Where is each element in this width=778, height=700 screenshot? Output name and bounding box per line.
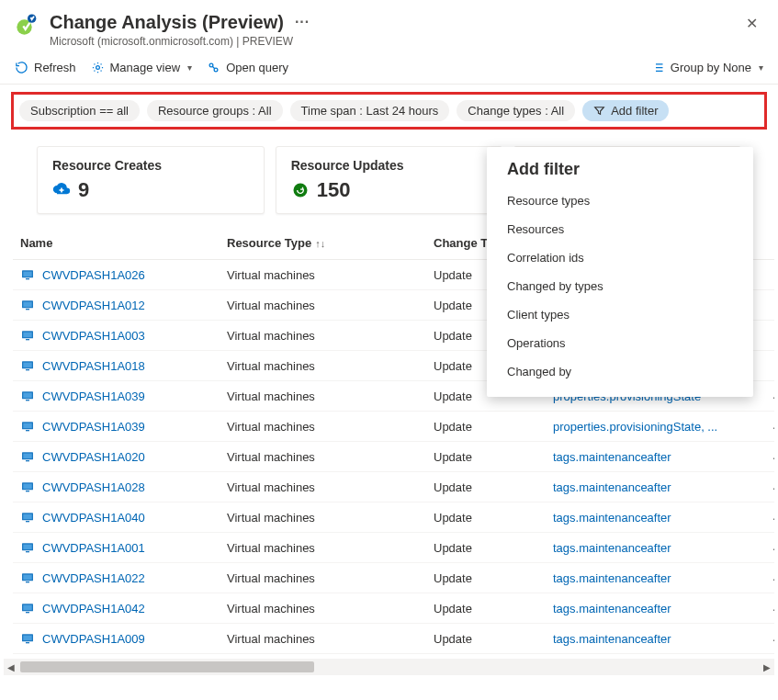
open-query-button[interactable]: Open query	[207, 61, 288, 74]
table-row[interactable]: CWVDPASH1A028Virtual machinesUpdatetags.…	[13, 472, 774, 502]
manage-view-button[interactable]: Manage view ▾	[91, 61, 193, 74]
vm-icon	[20, 601, 35, 615]
resource-link[interactable]: CWVDPASH1A039	[42, 390, 145, 403]
svg-rect-8	[26, 278, 29, 279]
dropdown-item[interactable]: Operations	[487, 329, 753, 357]
svg-rect-38	[26, 581, 29, 582]
resource-link[interactable]: CWVDPASH1A001	[42, 541, 145, 555]
chevron-down-icon: ▾	[759, 62, 763, 73]
cell-prop: tags.maintenanceafter	[546, 472, 766, 502]
dropdown-item[interactable]: Changed by	[487, 357, 753, 386]
dropdown-item[interactable]: Client types	[487, 300, 753, 329]
cell-last: 4	[766, 412, 774, 442]
filter-pill-resource-groups[interactable]: Resource groups : All	[147, 100, 283, 121]
resource-link[interactable]: CWVDPASH1A022	[42, 571, 145, 585]
vm-icon	[20, 298, 35, 312]
card-resource-updates[interactable]: Resource Updates 150	[276, 146, 503, 214]
table-row[interactable]: CWVDPASH1A022Virtual machinesUpdatetags.…	[13, 563, 774, 593]
sort-icon: ↑↓	[315, 238, 325, 249]
svg-rect-37	[23, 575, 31, 580]
filter-pill-time-span[interactable]: Time span : Last 24 hours	[290, 100, 450, 121]
scroll-left-icon[interactable]: ◀	[4, 659, 18, 675]
filter-pill-subscription[interactable]: Subscription == all	[19, 100, 140, 121]
cell-last	[766, 290, 774, 321]
resource-link[interactable]: CWVDPASH1A040	[42, 511, 145, 525]
vm-icon	[20, 358, 35, 373]
table-row[interactable]: CWVDPASH1A039Virtual machinesUpdateprope…	[13, 412, 774, 442]
col-header-last[interactable]	[766, 227, 774, 260]
more-button[interactable]: ···	[291, 11, 313, 33]
cell-change: Update	[426, 442, 546, 472]
vm-icon	[20, 631, 35, 646]
svg-rect-19	[23, 393, 31, 398]
cell-type: Virtual machines	[220, 381, 426, 412]
property-link[interactable]: tags.maintenanceafter	[553, 571, 671, 585]
cell-type: Virtual machines	[220, 533, 426, 563]
property-link[interactable]: tags.maintenanceafter	[553, 480, 671, 494]
table-row[interactable]: CWVDPASH1A020Virtual machinesUpdatetags.…	[13, 442, 774, 472]
property-link[interactable]: tags.maintenanceafter	[553, 602, 671, 615]
cell-prop: properties.provisioningState, ...	[546, 412, 766, 442]
col-header-name[interactable]: Name	[13, 227, 220, 260]
property-link[interactable]: properties.provisioningState, ...	[553, 420, 717, 434]
close-button[interactable]: ✕	[740, 11, 763, 36]
scroll-right-icon[interactable]: ▶	[760, 659, 774, 675]
vm-icon	[20, 389, 35, 403]
resource-link[interactable]: CWVDPASH1A039	[42, 420, 145, 434]
cell-type: Virtual machines	[220, 290, 426, 321]
cell-change: Update	[426, 563, 546, 593]
refresh-button[interactable]: Refresh	[15, 61, 76, 74]
resource-link[interactable]: CWVDPASH1A020	[42, 450, 145, 464]
group-by-button[interactable]: Group by None ▾	[651, 61, 763, 74]
cell-type: Virtual machines	[220, 593, 426, 624]
command-bar: Refresh Manage view ▾ Open query Group b…	[0, 55, 778, 85]
cell-last: 4	[766, 533, 774, 563]
svg-rect-7	[23, 272, 31, 277]
dropdown-item[interactable]: Changed by types	[487, 272, 753, 300]
filter-pill-change-types[interactable]: Change types : All	[457, 100, 575, 121]
dropdown-item[interactable]: Resources	[487, 215, 753, 243]
resource-link[interactable]: CWVDPASH1A012	[42, 299, 145, 312]
svg-rect-16	[23, 363, 31, 367]
dropdown-title: Add filter	[487, 147, 753, 186]
resource-link[interactable]: CWVDPASH1A028	[42, 480, 145, 494]
cell-prop: tags.maintenanceafter	[546, 563, 766, 593]
svg-rect-23	[26, 430, 29, 431]
chevron-down-icon: ▾	[187, 62, 192, 73]
vm-icon	[20, 480, 35, 494]
filter-bar-highlight: Subscription == all Resource groups : Al…	[11, 92, 767, 130]
resource-link[interactable]: CWVDPASH1A009	[42, 632, 145, 646]
card-resource-creates[interactable]: Resource Creates 9	[37, 146, 265, 214]
filter-icon	[593, 105, 605, 117]
property-link[interactable]: tags.maintenanceafter	[553, 632, 671, 646]
cell-type: Virtual machines	[220, 624, 426, 654]
query-icon	[207, 61, 220, 74]
resource-link[interactable]: CWVDPASH1A003	[42, 329, 145, 343]
dropdown-item[interactable]: Resource types	[487, 186, 753, 215]
table-row[interactable]: CWVDPASH1A001Virtual machinesUpdatetags.…	[13, 533, 774, 563]
col-header-type[interactable]: Resource Type↑↓	[220, 227, 426, 260]
svg-rect-11	[26, 309, 29, 310]
resource-link[interactable]: CWVDPASH1A018	[42, 359, 145, 373]
horizontal-scrollbar[interactable]: ◀ ▶	[4, 659, 774, 675]
cell-last	[766, 351, 774, 381]
cell-prop: tags.maintenanceafter	[546, 533, 766, 563]
resource-link[interactable]: CWVDPASH1A026	[42, 268, 145, 282]
table-row[interactable]: CWVDPASH1A042Virtual machinesUpdatetags.…	[13, 593, 774, 624]
cell-type: Virtual machines	[220, 472, 426, 502]
table-row[interactable]: CWVDPASH1A009Virtual machinesUpdatetags.…	[13, 624, 774, 654]
add-filter-button[interactable]: Add filter	[582, 100, 669, 121]
svg-rect-43	[23, 636, 31, 640]
cell-change: Update	[426, 624, 546, 654]
cell-last: 4	[766, 624, 774, 654]
property-link[interactable]: tags.maintenanceafter	[553, 541, 671, 555]
dropdown-item[interactable]: Correlation ids	[487, 243, 753, 272]
property-link[interactable]: tags.maintenanceafter	[553, 511, 671, 525]
property-link[interactable]: tags.maintenanceafter	[553, 450, 671, 464]
table-row[interactable]: CWVDPASH1A040Virtual machinesUpdatetags.…	[13, 502, 774, 533]
cell-type: Virtual machines	[220, 442, 426, 472]
cell-change: Update	[426, 533, 546, 563]
resource-link[interactable]: CWVDPASH1A042	[42, 602, 145, 615]
cell-type: Virtual machines	[220, 260, 426, 290]
vm-icon	[20, 419, 35, 434]
